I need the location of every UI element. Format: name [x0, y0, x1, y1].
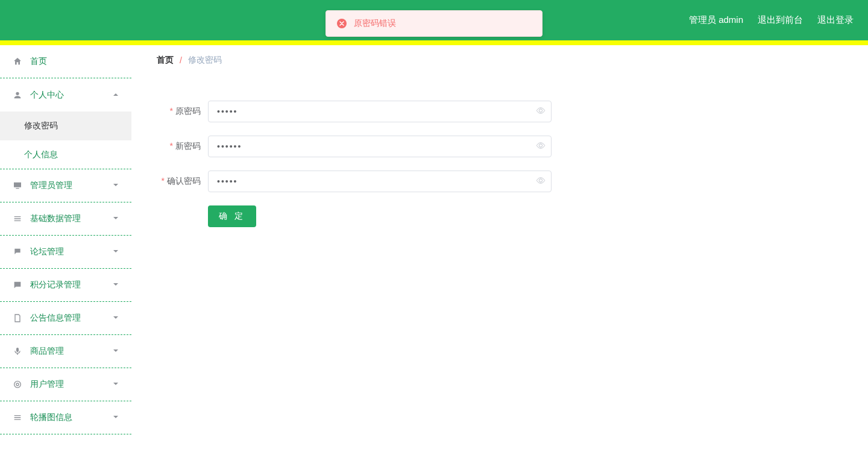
sidebar-item-label: 修改密码 [24, 121, 58, 131]
sidebar-item-label: 个人中心 [30, 90, 64, 101]
sidebar: 首页 个人中心 修改密码 个人信息 管理员管理 基础数据管理 论坛管理 [0, 45, 131, 473]
accent-strip [0, 40, 868, 45]
alert-text: 原密码错误 [354, 18, 396, 29]
eye-icon[interactable] [536, 106, 546, 117]
old-password-label: *原密码 [157, 106, 208, 117]
user-icon [12, 90, 23, 100]
chevron-down-icon [112, 313, 119, 323]
document-icon [12, 313, 23, 323]
sliders-icon [12, 413, 23, 422]
sidebar-item-label: 个人信息 [24, 149, 58, 160]
breadcrumb-home[interactable]: 首页 [157, 55, 174, 66]
submit-button[interactable]: 确 定 [208, 205, 256, 227]
chevron-up-icon [112, 90, 119, 100]
monitor-icon [12, 181, 23, 190]
sidebar-item-label: 首页 [30, 56, 47, 67]
sidebar-item-label: 公告信息管理 [30, 313, 81, 324]
mic-icon [12, 346, 23, 356]
chevron-down-icon [112, 380, 119, 389]
error-alert: 原密码错误 [326, 10, 542, 37]
sidebar-item-label: 商品管理 [30, 346, 64, 357]
top-header: 原密码错误 管理员 admin 退出到前台 退出登录 [0, 0, 868, 40]
sidebar-item-forum[interactable]: 论坛管理 [0, 236, 131, 269]
eye-icon[interactable] [536, 176, 546, 187]
svg-point-0 [16, 383, 19, 386]
sidebar-item-home[interactable]: 首页 [0, 45, 131, 78]
sidebar-item-label: 管理员管理 [30, 180, 72, 191]
sidebar-item-user-mgmt[interactable]: 用户管理 [0, 368, 131, 401]
breadcrumb-separator: / [180, 55, 182, 65]
sidebar-item-label: 论坛管理 [30, 246, 64, 257]
sidebar-item-notice[interactable]: 公告信息管理 [0, 302, 131, 335]
sidebar-item-points[interactable]: 积分记录管理 [0, 269, 131, 302]
sidebar-item-label: 轮播图信息 [30, 412, 72, 423]
new-password-input[interactable] [208, 136, 552, 157]
list-icon [12, 214, 23, 224]
eye-icon[interactable] [536, 141, 546, 152]
chat-icon [12, 280, 23, 290]
sidebar-subitem-profile[interactable]: 个人信息 [0, 140, 131, 169]
chevron-down-icon [112, 346, 119, 356]
breadcrumb-current: 修改密码 [188, 55, 222, 66]
gear-icon [12, 380, 23, 389]
main-content: 首页 / 修改密码 *原密码 *新密码 *确认密码 [131, 45, 868, 473]
sidebar-item-label: 用户管理 [30, 379, 64, 390]
sidebar-item-personal[interactable]: 个人中心 [0, 78, 131, 111]
new-password-label: *新密码 [157, 141, 208, 152]
chevron-down-icon [112, 181, 119, 190]
header-logout[interactable]: 退出登录 [817, 14, 854, 26]
header-logout-front[interactable]: 退出到前台 [758, 14, 803, 26]
header-user-label[interactable]: 管理员 admin [689, 14, 743, 26]
sidebar-item-admin-mgmt[interactable]: 管理员管理 [0, 169, 131, 202]
chevron-down-icon [112, 214, 119, 224]
sidebar-item-label: 基础数据管理 [30, 213, 81, 224]
chevron-down-icon [112, 247, 119, 257]
home-icon [12, 57, 23, 66]
chevron-down-icon [112, 280, 119, 290]
sidebar-item-carousel[interactable]: 轮播图信息 [0, 401, 131, 434]
forum-icon [12, 247, 23, 257]
sidebar-item-goods[interactable]: 商品管理 [0, 335, 131, 368]
breadcrumb: 首页 / 修改密码 [145, 45, 855, 75]
sidebar-item-label: 积分记录管理 [30, 280, 81, 290]
old-password-input[interactable] [208, 101, 552, 122]
sidebar-item-base-data[interactable]: 基础数据管理 [0, 202, 131, 236]
chevron-down-icon [112, 413, 119, 422]
confirm-password-label: *确认密码 [157, 176, 208, 187]
change-password-form: *原密码 *新密码 *确认密码 [145, 89, 855, 239]
sidebar-subitem-change-password[interactable]: 修改密码 [0, 111, 131, 140]
svg-point-1 [14, 381, 21, 388]
confirm-password-input[interactable] [208, 171, 552, 192]
error-icon [337, 19, 347, 28]
